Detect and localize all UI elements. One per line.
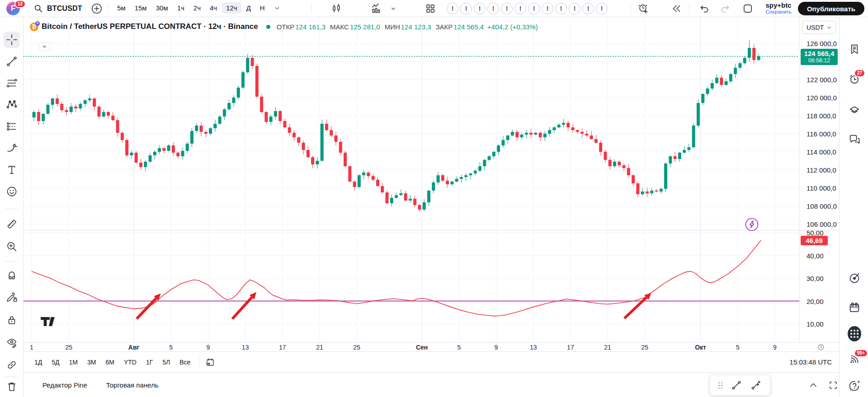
add-compare-icon[interactable]	[90, 2, 103, 15]
timeframe-Д[interactable]: Д	[242, 2, 255, 14]
ohlc-values: ОТКР124 161,3МАКС125 281,0МИН124 123,3ЗА…	[272, 23, 538, 31]
placeholder-alert-icon[interactable]: !	[582, 3, 594, 14]
lock-all-icon[interactable]	[5, 313, 18, 326]
text-tool-icon[interactable]	[5, 163, 18, 176]
placeholder-alert-icon[interactable]: !	[555, 3, 567, 14]
timeframe-12ч[interactable]: 12ч	[222, 2, 241, 14]
save-link[interactable]: Сохранить	[760, 9, 797, 15]
utc-clock[interactable]: 15:03:48 UTC	[790, 358, 832, 366]
indicators-menu-chevron-icon[interactable]	[389, 2, 398, 15]
chart-area[interactable]: ₿P Bitcoin / TetherUS PERPETUAL CONTRACT…	[24, 17, 839, 397]
time-label: 13	[530, 344, 537, 351]
remove-drawings-icon[interactable]	[5, 380, 18, 393]
legend-collapse-button[interactable]	[39, 42, 50, 51]
measure-tool-icon[interactable]	[5, 218, 18, 230]
timeframe-2ч[interactable]: 2ч	[189, 2, 205, 14]
placeholder-alert-icon[interactable]: !	[501, 3, 513, 14]
magnet-tool-icon[interactable]	[5, 268, 18, 281]
price-scale[interactable]: USDT 124 565,4 08:56:12 46,69 126 000,01…	[799, 17, 839, 342]
help-icon[interactable]	[848, 378, 861, 392]
placeholder-alert-icon[interactable]: !	[487, 3, 499, 14]
placeholder-alert-icon[interactable]: !	[514, 3, 526, 14]
placeholder-alert-icon[interactable]: !	[460, 3, 472, 14]
series-status-dot	[266, 25, 270, 29]
user-layout-block[interactable]: spy+btc Сохранить	[760, 1, 797, 15]
indicators-icon[interactable]	[370, 2, 382, 15]
timeframe-15м[interactable]: 15м	[131, 2, 151, 14]
range-button-3М[interactable]: 3М	[84, 357, 99, 368]
brush-tool-icon[interactable]	[5, 142, 18, 154]
time-label: 9	[495, 344, 498, 351]
placeholder-alert-icon[interactable]: !	[447, 3, 458, 14]
timeframe-menu-chevron-icon[interactable]	[270, 3, 284, 13]
indicator-tick: 10,00	[807, 320, 824, 328]
apps-menu-icon[interactable]	[848, 327, 861, 341]
drag-handle-icon[interactable]	[718, 382, 722, 389]
replay-icon[interactable]	[670, 2, 683, 15]
range-group: 1Д5Д1М3М6МYTD1Г5ЛВсе	[31, 357, 196, 368]
tab-trading-panel[interactable]: Торговая панель	[106, 381, 159, 389]
add-alert-icon[interactable]	[637, 2, 649, 15]
save-layout-icon[interactable]	[741, 2, 754, 15]
range-button-Все[interactable]: Все	[176, 357, 194, 368]
emoji-tool-icon[interactable]	[5, 185, 18, 198]
range-button-5Л[interactable]: 5Л	[159, 357, 174, 368]
layers-icon[interactable]	[848, 103, 861, 117]
layout-grid-icon[interactable]	[424, 2, 437, 15]
time-axis[interactable]: 125Авг5913172125Сен5913172125Окт59	[24, 342, 839, 351]
go-to-date-icon[interactable]	[204, 356, 217, 369]
trend-line-tool-icon[interactable]	[5, 55, 18, 68]
ohlc-value: 125 281,0	[350, 23, 380, 31]
zoom-in-tool-icon[interactable]	[5, 240, 18, 253]
placeholder-alert-icon[interactable]: !	[542, 3, 553, 14]
range-button-1Д[interactable]: 1Д	[31, 357, 46, 368]
placeholder-alert-icon[interactable]: !	[569, 3, 580, 14]
drawing-mode-lock-icon[interactable]	[5, 291, 18, 304]
tab-pine-editor[interactable]: Редактор Pine	[42, 381, 87, 389]
range-button-6М[interactable]: 6М	[102, 357, 118, 368]
hide-drawings-icon[interactable]	[5, 336, 18, 349]
arrow-line-quick-icon[interactable]	[750, 379, 762, 391]
alerts-icon[interactable]: 27	[848, 72, 861, 86]
broadcast-signal-icon[interactable]: 99+	[848, 352, 861, 366]
watchlist-icon[interactable]	[848, 42, 861, 56]
timeframe-1ч[interactable]: 1ч	[173, 2, 189, 14]
placeholder-alert-icon[interactable]: !	[596, 3, 608, 14]
range-button-YTD[interactable]: YTD	[120, 357, 140, 368]
timeframe-30м[interactable]: 30м	[152, 2, 172, 14]
publish-button[interactable]: Опубликовать	[798, 2, 864, 15]
fib-tool-icon[interactable]	[5, 120, 18, 133]
chat-icon[interactable]	[848, 133, 861, 146]
range-button-5Д[interactable]: 5Д	[48, 357, 63, 368]
top-toolbar: F 12 BTCUSDT 5м15м30м1ч2ч4ч12чДН !!!!!!!…	[0, 0, 868, 17]
calendar-icon[interactable]	[848, 301, 861, 314]
timeframe-4ч[interactable]: 4ч	[206, 2, 221, 14]
price-scale-currency-button[interactable]: USDT	[802, 21, 836, 34]
broadcast-count-badge: 99+	[854, 349, 868, 357]
collapse-panel-chevron-icon[interactable]	[807, 378, 820, 392]
timeframe-Н[interactable]: Н	[256, 2, 269, 14]
undo-icon[interactable]	[698, 2, 711, 15]
timezone-clock-icon[interactable]	[817, 344, 825, 351]
redo-icon[interactable]	[719, 2, 731, 15]
xabcd-pattern-tool-icon[interactable]	[5, 98, 18, 111]
screener-target-icon[interactable]	[848, 271, 861, 285]
timeframe-5м[interactable]: 5м	[113, 2, 130, 14]
symbol-description[interactable]: Bitcoin / TetherUS PERPETUAL CONTRACT · …	[42, 22, 258, 31]
symbol-search[interactable]: BTCUSDT	[31, 2, 85, 15]
chart-style-candles-icon[interactable]	[330, 2, 343, 15]
crosshair-tool-icon[interactable]	[4, 32, 20, 48]
horizontal-lines-tool-icon[interactable]	[5, 77, 18, 89]
trend-line-quick-icon[interactable]	[731, 379, 742, 391]
placeholder-alert-icon[interactable]: !	[474, 3, 486, 14]
range-button-1Г[interactable]: 1Г	[142, 357, 156, 368]
link-tool-icon[interactable]	[5, 359, 18, 371]
placeholder-alert-icon[interactable]: !	[528, 3, 540, 14]
chart-legend[interactable]: ₿P Bitcoin / TetherUS PERPETUAL CONTRACT…	[30, 22, 538, 31]
floating-drawing-toolbar[interactable]	[710, 375, 770, 396]
gridlines	[24, 17, 839, 342]
range-button-1М[interactable]: 1М	[66, 357, 81, 368]
fullscreen-icon[interactable]	[826, 378, 839, 392]
app-logo[interactable]: F 12	[6, 2, 20, 15]
price-chart[interactable]	[24, 17, 839, 342]
